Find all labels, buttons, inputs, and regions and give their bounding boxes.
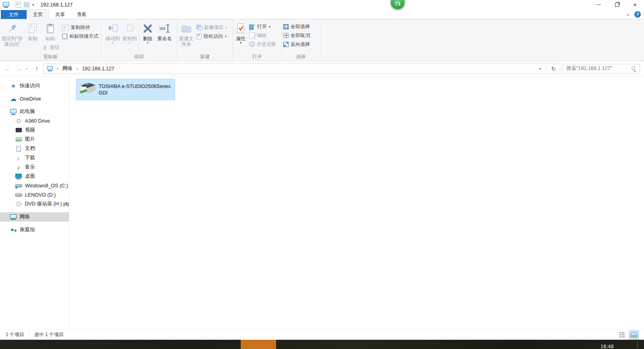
easy-access-button[interactable]: 轻松访问 ▾ [195, 32, 228, 41]
network-icon [10, 214, 17, 220]
separator [37, 2, 37, 7]
separator [12, 2, 13, 7]
close-icon: × [633, 2, 637, 8]
sidebar-item-label: 快速访问 [20, 82, 40, 89]
button-label: 新建文件夹 [178, 36, 194, 47]
system-menu-icon[interactable] [2, 2, 10, 8]
select-none-button[interactable]: 全部取消 [282, 31, 311, 40]
sidebar-item-downloads[interactable]: 下载 [0, 153, 69, 162]
forward-button[interactable]: → [14, 65, 23, 72]
sidebar-item-desktop[interactable]: 桌面 [0, 172, 69, 181]
button-label: 打开 [257, 23, 267, 30]
button-label: 固定到“快速访问” [0, 36, 24, 47]
properties-icon [236, 21, 246, 36]
network-location-icon [47, 66, 53, 72]
desktop-strip: 16:48 [0, 340, 644, 349]
sidebar-item-drive-c[interactable]: Windows8_OS (C:) [0, 181, 69, 190]
sidebar-item-music[interactable]: 音乐 [0, 162, 69, 172]
paste-button[interactable]: 粘贴 [41, 20, 59, 41]
pin-to-quick-access-button[interactable]: 固定到“快速访问” [0, 20, 24, 47]
minimize-button[interactable] [590, 0, 608, 9]
chevron-down-icon: ▾ [225, 35, 227, 38]
file-list[interactable]: TOSHIBA e-STUDIO2506Series GDI [69, 76, 644, 329]
collapse-ribbon-icon[interactable]: ∧ [627, 12, 630, 17]
history-icon [249, 41, 255, 47]
ribbon-group-label-organize: 组织 [102, 54, 176, 61]
sidebar-item-documents[interactable]: 文档 [0, 144, 69, 153]
tab-view[interactable]: 查看 [71, 10, 93, 19]
button-label: 反向选择 [291, 41, 310, 48]
sidebar-item-pictures[interactable]: 图片 [0, 135, 69, 144]
open-button[interactable]: 打开 ▾ [248, 22, 277, 31]
details-view-button[interactable] [617, 331, 626, 339]
new-folder-button[interactable]: 新建文件夹 [178, 20, 195, 47]
copy-icon [27, 21, 38, 36]
address-bar[interactable]: › 网络 › 192.168.1.127 ▾ ↻ [43, 64, 560, 74]
edit-button[interactable]: 编辑 [248, 31, 277, 40]
close-button[interactable]: × [626, 0, 644, 9]
search-box[interactable]: 搜索"192.168.1.127" [563, 64, 640, 74]
sidebar-item-quick-access[interactable]: 快速访问 [0, 81, 69, 90]
sidebar-nav: 快速访问 OneDrive 此电脑 A360 Drive 视频 图片 文档 下载… [0, 76, 69, 329]
address-chevron-icon[interactable]: ▾ [536, 67, 545, 71]
restore-button[interactable] [608, 0, 626, 9]
chevron-down-icon: ▾ [129, 41, 130, 44]
sidebar-item-network[interactable]: 网络 [0, 212, 69, 222]
file-item-printer[interactable]: TOSHIBA e-STUDIO2506Series GDI [76, 79, 175, 100]
properties-button[interactable]: 属性 ▾ [233, 20, 248, 44]
qat-properties-icon[interactable] [16, 2, 21, 8]
cut-button[interactable]: ✂ 剪切 [41, 43, 61, 52]
sidebar-item-label: A360 Drive [25, 118, 50, 124]
copy-path-button[interactable]: 复制路径 [61, 23, 100, 32]
open-icon [249, 24, 255, 30]
breadcrumb-network[interactable]: 网络 [62, 65, 73, 72]
recent-locations-chevron-icon[interactable]: ▾ [26, 67, 30, 71]
new-item-button[interactable]: 新建项目 ▾ [195, 23, 228, 32]
sidebar-item-videos[interactable]: 视频 [0, 125, 69, 135]
ribbon-group-open: 属性 ▾ 打开 ▾ 编辑 历史记录 打开 [233, 19, 282, 61]
qat-new-folder-icon[interactable] [24, 2, 29, 7]
button-label: 复制路径 [71, 24, 90, 31]
delete-button[interactable]: 删除 ▾ [140, 20, 155, 44]
chevron-down-icon: ▾ [225, 26, 227, 29]
a360-icon [15, 118, 22, 124]
help-icon[interactable]: ? [634, 11, 641, 18]
breadcrumb-separator: › [55, 66, 60, 72]
sidebar-item-a360-drive[interactable]: A360 Drive [0, 116, 69, 125]
tab-share[interactable]: 共享 [49, 10, 71, 19]
qat-customize-chevron-icon[interactable]: ▾ [32, 3, 34, 7]
breadcrumb-host[interactable]: 192.168.1.127 [81, 66, 115, 72]
separator [29, 332, 29, 338]
ribbon-group-select: 全部选择 全部取消 反向选择 选择 [282, 19, 320, 61]
paste-shortcut-button[interactable]: 粘贴快捷方式 [61, 32, 100, 41]
back-button[interactable]: ← [3, 65, 12, 72]
thumbnail-view-button[interactable] [630, 331, 638, 339]
invert-selection-button[interactable]: 反向选择 [282, 40, 311, 49]
chevron-down-icon: ▾ [269, 25, 270, 28]
search-icon[interactable] [631, 66, 636, 71]
ribbon-home: 固定到“快速访问” 复制 粘贴 ✂ 剪切 [0, 19, 644, 61]
search-input[interactable]: 搜索"192.168.1.127" [566, 65, 629, 72]
history-button[interactable]: 历史记录 [248, 40, 277, 49]
refresh-icon[interactable]: ↻ [548, 66, 559, 72]
button-label: 属性 [236, 36, 246, 41]
sidebar-item-this-pc[interactable]: 此电脑 [0, 107, 69, 116]
button-label: 剪切 [50, 44, 60, 51]
sidebar-item-drive-d[interactable]: LENOVO (D:) [0, 190, 69, 199]
sidebar-item-label: DVD 驱动器 (H:) ptpre [25, 201, 69, 207]
tab-home[interactable]: 主页 [27, 10, 49, 19]
show-desktop-divider[interactable] [637, 341, 638, 348]
rename-button[interactable]: 重命名 [155, 20, 174, 41]
select-all-button[interactable]: 全部选择 [282, 22, 311, 31]
ribbon-group-label-open: 打开 [233, 54, 281, 61]
move-to-button[interactable]: 移动到 ▾ [104, 20, 121, 44]
copy-to-button[interactable]: 复制到 ▾ [121, 20, 138, 44]
sidebar-item-homegroup[interactable]: 家庭组 [0, 225, 69, 234]
copy-button[interactable]: 复制 [24, 20, 41, 41]
up-button[interactable]: ↑ [32, 65, 41, 72]
sidebar-item-onedrive[interactable]: OneDrive [0, 94, 69, 103]
tab-file[interactable]: 文件 [1, 10, 27, 19]
sidebar-item-label: 桌面 [25, 173, 35, 180]
sidebar-item-dvd-h[interactable]: DVD 驱动器 (H:) ptpre [0, 199, 69, 209]
cloud-icon [10, 96, 17, 102]
